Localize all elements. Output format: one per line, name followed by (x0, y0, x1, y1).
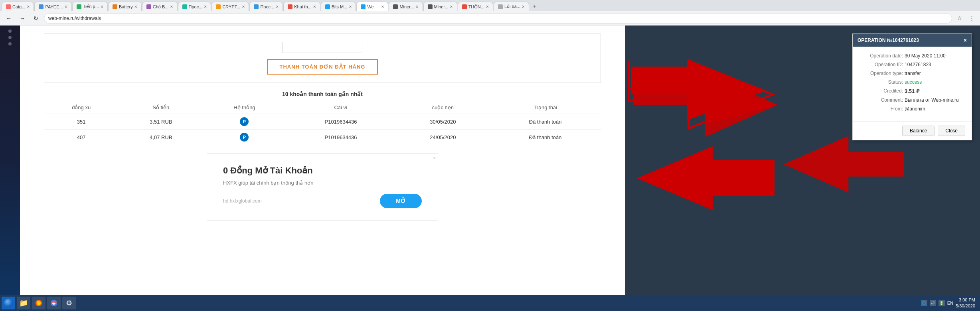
tab-close-icon[interactable]: × (486, 4, 489, 10)
tab-favicon (288, 4, 292, 9)
address-bar[interactable] (44, 13, 952, 24)
taskbar-folder-button[interactable]: 📁 (17, 297, 30, 309)
right-panel: OPERATION №1042761823 × Operation date: … (625, 26, 980, 295)
svg-marker-6 (637, 146, 775, 210)
back-button[interactable]: ← (3, 13, 14, 24)
modal-value-date: 30 May 2020 11:00 (905, 53, 946, 59)
tab-close-icon[interactable]: × (450, 4, 453, 10)
browser-toolbar: ← → ↻ ☆ ⋮ (0, 11, 980, 26)
modal-label-type: Operation type: (859, 71, 903, 76)
ad-open-button[interactable]: MỞ (380, 194, 422, 208)
tab-catg[interactable]: Catg... × (2, 2, 34, 11)
tab-favicon (182, 4, 187, 9)
modal-value-comment: Выплата от Web-mine.ru (905, 97, 959, 103)
table-header: đồng xu Số tiền Hệ thống Cái ví cuộc hẹn… (44, 101, 601, 114)
bookmark-icon[interactable]: ☆ (954, 13, 965, 24)
taskbar-browser-button[interactable] (32, 297, 45, 309)
tab-close-icon[interactable]: × (276, 4, 279, 10)
tab-close-icon[interactable]: × (313, 4, 316, 10)
toolbar-icons: ☆ ⋮ (954, 13, 977, 24)
payeer-icon: P (240, 133, 249, 142)
tab-miner1[interactable]: Miner... × (389, 2, 423, 11)
tab-close-icon[interactable]: × (242, 4, 245, 10)
tab-close-icon[interactable]: × (27, 4, 30, 10)
tab-loi[interactable]: Lỗi bá... × (494, 2, 529, 11)
col-status: Trạng thái (490, 101, 601, 114)
modal-row-credited: Credited: 3.51 ₽ (859, 88, 965, 94)
modal-value-credited: 3.51 ₽ (905, 88, 919, 94)
tab-close-icon[interactable]: × (134, 4, 137, 10)
tab-label: Chó B... (153, 4, 169, 9)
tab-label: Прос... (189, 4, 203, 9)
modal-body: Operation date: 30 May 2020 11:00 Operat… (853, 47, 972, 121)
tab-close-icon[interactable]: × (204, 4, 207, 10)
payment-section: THANH TOÁN ĐƠN ĐẶT HÀNG (44, 33, 601, 83)
tab-crypt[interactable]: CRYPT... × (211, 2, 249, 11)
tab-tien[interactable]: Tiến p... × (72, 2, 108, 11)
modal-label-credited: Credited: (859, 88, 903, 94)
taskbar-tool-button[interactable]: ⚙ (62, 297, 76, 309)
ad-subtitle: HXFX giúp tài chính bạn thông thả hơn (223, 180, 422, 186)
cell-wallet: P1019634436 (286, 130, 396, 145)
start-button[interactable] (2, 297, 15, 309)
tab-favicon (428, 4, 433, 9)
tab-label: Miner... (399, 4, 414, 9)
tab-favicon (216, 4, 221, 9)
cell-amount: 3,51 RUB (119, 114, 203, 130)
col-date: cuộc hẹn (396, 101, 490, 114)
tab-close-icon[interactable]: × (65, 4, 67, 10)
tab-favicon (77, 4, 81, 9)
tab-close-icon[interactable]: × (522, 4, 525, 10)
tab-cho[interactable]: Chó B... × (142, 2, 178, 11)
table-row: 407 4,07 RUB P P1019634436 24/05/2020 Đã… (44, 130, 601, 145)
tab-label: We (367, 4, 373, 9)
modal-row-id: Operation ID: 1042761823 (859, 62, 965, 67)
tab-pros2[interactable]: Прос... × (249, 2, 283, 11)
taskbar-chrome-button[interactable] (47, 297, 61, 309)
volume-icon: 🔊 (930, 300, 936, 306)
tab-bits[interactable]: Bits M... × (321, 2, 356, 11)
tab-close-icon[interactable]: × (416, 4, 419, 10)
col-wallet: Cái ví (286, 101, 396, 114)
new-tab-button[interactable]: + (530, 2, 539, 11)
modal-close-x-button[interactable]: × (964, 37, 967, 43)
tab-close-icon[interactable]: × (381, 4, 384, 10)
tab-we[interactable]: We × (356, 2, 388, 11)
ad-close-button[interactable]: × (433, 156, 436, 160)
balance-button[interactable]: Balance (902, 126, 935, 136)
modal-value-from: @anonim (905, 106, 925, 112)
taskbar-lang: EN (947, 301, 953, 305)
tab-battery[interactable]: Battery × (108, 2, 142, 11)
tab-pros1[interactable]: Прос... × (178, 2, 211, 11)
tab-close-icon[interactable]: × (349, 4, 352, 10)
tab-close-icon[interactable]: × (101, 4, 103, 10)
table-title: 10 khoản thanh toán gần nhất (44, 91, 601, 97)
tab-label: Bits M... (332, 4, 348, 9)
tab-thon[interactable]: THÔN... × (458, 2, 493, 11)
tab-label: Lỗi bá... (504, 4, 520, 9)
modal-value-type: transfer (905, 71, 921, 76)
cell-amount: 4,07 RUB (119, 130, 203, 145)
tab-favicon (462, 4, 467, 9)
modal-footer: Balance Close (853, 121, 972, 140)
cell-system: P (203, 130, 285, 145)
tab-close-icon[interactable]: × (170, 4, 173, 10)
pay-button[interactable]: THANH TOÁN ĐƠN ĐẶT HÀNG (267, 59, 378, 75)
forward-button[interactable]: → (17, 13, 28, 24)
modal-row-type: Operation type: transfer (859, 71, 965, 76)
cell-date: 24/05/2020 (396, 130, 490, 145)
table-row: 351 3,51 RUB P P1019634436 30/05/2020 Đã… (44, 114, 601, 130)
tab-label: Tiến p... (83, 4, 99, 9)
tab-payee[interactable]: PAYEE... × (34, 2, 71, 11)
modal-value-status: success (905, 79, 922, 85)
profile-icon[interactable]: ⋮ (966, 13, 977, 24)
ad-domain: hd.hxfxglobal.com (223, 198, 262, 204)
tab-favicon (254, 4, 259, 9)
payment-input[interactable] (283, 42, 362, 53)
tab-khai[interactable]: Khai th... × (283, 2, 320, 11)
modal-label-status: Status: (859, 79, 903, 85)
tab-miner2[interactable]: Miner... × (423, 2, 457, 11)
close-button[interactable]: Close (938, 126, 965, 136)
reload-button[interactable]: ↻ (30, 13, 41, 24)
ad-title: 0 Đồng Mở Tài Khoản (223, 165, 422, 176)
